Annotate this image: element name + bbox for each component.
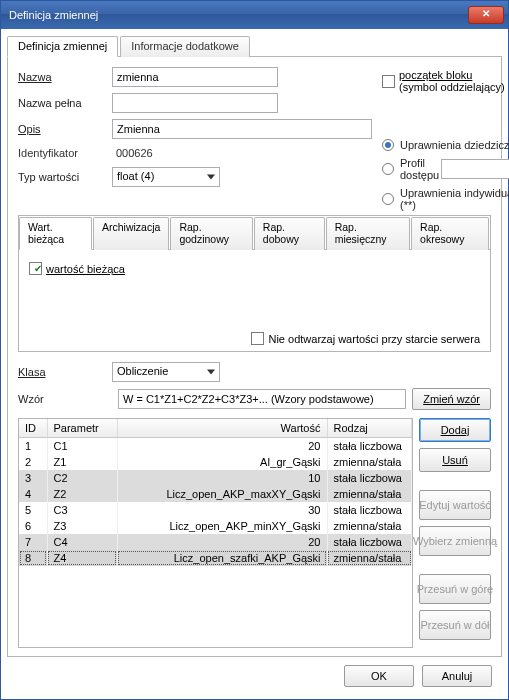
inner-tab-biezaca[interactable]: Wart. bieżąca <box>19 217 92 250</box>
nazwa-input[interactable] <box>112 67 278 87</box>
select-variable-button[interactable]: Wybierz zmienną <box>419 526 491 556</box>
ident-label: Identyfikator <box>18 147 112 159</box>
nazwa-label: Nazwa <box>18 71 112 83</box>
perm-inherited-radio[interactable] <box>382 139 394 151</box>
col-id[interactable]: ID <box>19 419 47 438</box>
start-block-checkbox[interactable] <box>382 75 395 88</box>
add-button[interactable]: Dodaj <box>419 418 491 442</box>
col-value[interactable]: Wartość <box>117 419 327 438</box>
table-row[interactable]: 7C420stała liczbowa <box>19 534 412 550</box>
wzor-label: Wzór <box>18 393 112 405</box>
klasa-label: Klasa <box>18 366 112 378</box>
titlebar[interactable]: Definicja zmiennej ✕ <box>1 1 508 29</box>
no-restore-checkbox[interactable] <box>251 332 264 345</box>
table-row[interactable]: 8Z4Licz_open_szafki_AKP_Gąskizmienna/sta… <box>19 550 412 566</box>
table-row[interactable]: 2Z1AI_gr_Gąskizmienna/stała <box>19 454 412 470</box>
inner-tabs: Wart. bieżąca Archiwizacja Rap. godzinow… <box>19 216 490 250</box>
typ-combo[interactable]: float (4) <box>112 167 220 187</box>
grid-side-buttons: Dodaj Usuń Edytuj wartość Wybierz zmienn… <box>419 418 491 648</box>
col-kind[interactable]: Rodzaj <box>327 419 412 438</box>
move-down-button[interactable]: Przesuń w dół <box>419 610 491 640</box>
nazwa-pelna-label: Nazwa pełna <box>18 97 112 109</box>
nazwa-pelna-input[interactable] <box>112 93 278 113</box>
inner-tab-mies[interactable]: Rap. miesięczny <box>326 217 410 250</box>
tab-content: Nazwa Nazwa pełna Opis Identyfikator 000… <box>7 57 502 657</box>
inner-tab-dobowy[interactable]: Rap. dobowy <box>254 217 325 250</box>
col-param[interactable]: Parametr <box>47 419 117 438</box>
move-up-button[interactable]: Przesuń w górę <box>419 574 491 604</box>
opis-label: Opis <box>18 123 112 135</box>
dialog-buttons: OK Anuluj <box>7 657 502 695</box>
edit-value-button[interactable]: Edytuj wartość <box>419 490 491 520</box>
tab-definicja[interactable]: Definicja zmiennej <box>7 36 118 57</box>
opis-input[interactable] <box>112 119 372 139</box>
zmien-wzor-button[interactable]: Zmień wzór <box>412 388 491 410</box>
table-row[interactable]: 1C120stała liczbowa <box>19 438 412 455</box>
wartosc-biezaca-label: wartość bieżąca <box>46 263 125 275</box>
checkmark-icon: ✔ <box>34 263 42 274</box>
inner-tab-arch[interactable]: Archiwizacja <box>93 217 169 250</box>
outer-tabs: Definicja zmiennej Informacje dodatkowe <box>7 35 502 57</box>
start-block-label: początek bloku (symbol oddzielający) <box>399 69 505 93</box>
perm-individual-radio[interactable] <box>382 193 394 205</box>
table-row[interactable]: 5C330stała liczbowa <box>19 502 412 518</box>
inner-frame: Wart. bieżąca Archiwizacja Rap. godzinow… <box>18 215 491 352</box>
close-button[interactable]: ✕ <box>468 6 504 24</box>
client-area: Definicja zmiennej Informacje dodatkowe … <box>1 29 508 699</box>
perm-profile-label: Profil dostępu <box>400 157 439 181</box>
ok-button[interactable]: OK <box>344 665 414 687</box>
perm-individual-label: Uprawnienia indywidualne (**) <box>400 187 509 211</box>
delete-button[interactable]: Usuń <box>419 448 491 472</box>
tab-informacje[interactable]: Informacje dodatkowe <box>120 36 250 57</box>
perm-profile-input[interactable] <box>441 159 509 179</box>
perm-profile-radio[interactable] <box>382 163 394 175</box>
perm-inherited-label: Uprawnienia dziedziczone (*) <box>400 139 509 151</box>
params-grid[interactable]: ID Parametr Wartość Rodzaj 1C120stała li… <box>18 418 413 648</box>
table-row[interactable]: 3C210stała liczbowa <box>19 470 412 486</box>
klasa-combo[interactable]: Obliczenie <box>112 362 220 382</box>
ident-value: 000626 <box>112 145 157 161</box>
typ-label: Typ wartości <box>18 171 112 183</box>
inner-tab-okres[interactable]: Rap. okresowy <box>411 217 489 250</box>
cancel-button[interactable]: Anuluj <box>422 665 492 687</box>
no-restore-label: Nie odtwarzaj wartości przy starcie serw… <box>268 333 480 345</box>
window-frame: Definicja zmiennej ✕ Definicja zmiennej … <box>0 0 509 700</box>
table-row[interactable]: 6Z3Licz_open_AKP_minXY_Gąskizmienna/stał… <box>19 518 412 534</box>
table-row[interactable]: 4Z2Licz_open_AKP_maxXY_Gąskizmienna/stał… <box>19 486 412 502</box>
window-title: Definicja zmiennej <box>9 9 98 21</box>
inner-tab-godz[interactable]: Rap. godzinowy <box>170 217 252 250</box>
wzor-input[interactable] <box>118 389 406 409</box>
